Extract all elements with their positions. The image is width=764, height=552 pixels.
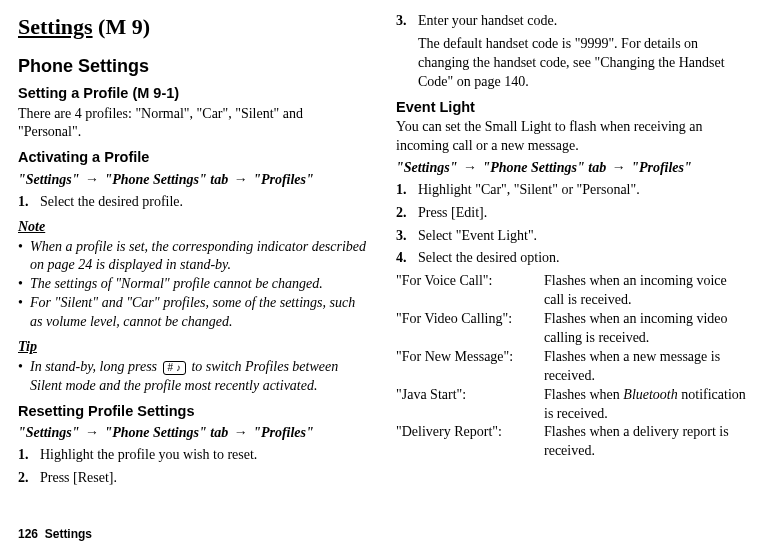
bullet-icon: •: [18, 275, 30, 294]
nav-path-resetting: "Settings" → "Phone Settings" tab → "Pro…: [18, 423, 368, 443]
option-table: "For Voice Call": Flashes when an incomi…: [396, 272, 746, 461]
option-value: Flashes when a delivery report is receiv…: [544, 423, 746, 461]
option-key: "Delivery Report":: [396, 423, 544, 461]
note-list: • When a profile is set, the correspondi…: [18, 238, 368, 332]
step-text: Highlight the profile you wish to reset.: [40, 446, 368, 465]
path-segment: "Settings": [396, 160, 457, 175]
nav-path-event-light: "Settings" → "Phone Settings" tab → "Pro…: [396, 158, 746, 178]
step-body: Enter your handset code. The default han…: [418, 12, 746, 92]
option-value: Flashes when an incoming voice call is r…: [544, 272, 746, 310]
step-number: 1.: [18, 193, 40, 212]
hash-key-icon: # ♪: [163, 361, 186, 375]
page-number: 126: [18, 527, 38, 541]
table-row: "Java Start": Flashes when Bluetooth not…: [396, 386, 746, 424]
option-key: "For New Message":: [396, 348, 544, 386]
step-number: 4.: [396, 249, 418, 268]
subheading-setting-profile: Setting a Profile (M 9-1): [18, 84, 368, 104]
arrow-icon: →: [232, 171, 250, 187]
option-key: "Java Start":: [396, 386, 544, 424]
chapter-title: Settings: [18, 14, 93, 39]
activating-steps: 1. Select the desired profile.: [18, 193, 368, 212]
path-segment: "Profiles": [631, 160, 692, 175]
section-heading-phone-settings: Phone Settings: [18, 54, 368, 78]
tip-label: Tip: [18, 338, 368, 357]
list-item: 4. Select the desired option.: [396, 249, 746, 268]
nav-path-activating: "Settings" → "Phone Settings" tab → "Pro…: [18, 170, 368, 190]
list-item: 2. Press [Reset].: [18, 469, 368, 488]
table-row: "For Video Calling": Flashes when an inc…: [396, 310, 746, 348]
list-item: 1. Highlight the profile you wish to res…: [18, 446, 368, 465]
table-row: "Delivery Report": Flashes when a delive…: [396, 423, 746, 461]
footer-section: Settings: [45, 527, 92, 541]
path-segment: "Phone Settings" tab: [104, 172, 228, 187]
step-text: Select "Event Light".: [418, 227, 746, 246]
event-light-desc: You can set the Small Light to flash whe…: [396, 118, 746, 156]
arrow-icon: →: [83, 424, 101, 440]
option-value: Flashes when a new message is received.: [544, 348, 746, 386]
list-item: 1. Highlight "Car", "Silent" or "Persona…: [396, 181, 746, 200]
list-item: • When a profile is set, the correspondi…: [18, 238, 368, 276]
option-value: Flashes when an incoming video calling i…: [544, 310, 746, 348]
list-item: 1. Select the desired profile.: [18, 193, 368, 212]
page-footer: 126 Settings: [18, 526, 92, 542]
subheading-activating-profile: Activating a Profile: [18, 148, 368, 168]
bullet-icon: •: [18, 358, 30, 396]
note-label: Note: [18, 218, 368, 237]
chapter-menu-number: (M 9): [98, 14, 150, 39]
sub-menu-number: (M 9-1): [132, 85, 179, 101]
arrow-icon: →: [232, 424, 250, 440]
right-column: 3. Enter your handset code. The default …: [396, 12, 746, 492]
list-item: 3. Select "Event Light".: [396, 227, 746, 246]
path-segment: "Settings": [18, 172, 79, 187]
left-column: Settings (M 9) Phone Settings Setting a …: [18, 12, 368, 492]
list-item: • In stand-by, long press # ♪ to switch …: [18, 358, 368, 396]
arrow-icon: →: [461, 159, 479, 175]
table-row: "For Voice Call": Flashes when an incomi…: [396, 272, 746, 310]
step-number: 2.: [18, 469, 40, 488]
subheading-text: Setting a Profile: [18, 85, 128, 101]
resetting-steps: 1. Highlight the profile you wish to res…: [18, 446, 368, 488]
step-text: Press [Edit].: [418, 204, 746, 223]
step-number: 1.: [18, 446, 40, 465]
note-text: When a profile is set, the corresponding…: [30, 238, 368, 276]
chapter-heading: Settings (M 9): [18, 12, 368, 42]
path-segment: "Phone Settings" tab: [482, 160, 606, 175]
option-value-pre: Flashes when: [544, 387, 623, 402]
note-text: For "Silent" and "Car" profiles, some of…: [30, 294, 368, 332]
step-text: Highlight "Car", "Silent" or "Personal".: [418, 181, 746, 200]
list-item: • For "Silent" and "Car" profiles, some …: [18, 294, 368, 332]
step-para: The default handset code is "9999". For …: [418, 36, 725, 89]
arrow-icon: →: [610, 159, 628, 175]
bullet-icon: •: [18, 294, 30, 332]
option-value: Flashes when Bluetooth notification is r…: [544, 386, 746, 424]
setting-profile-desc: There are 4 profiles: "Normal", "Car", "…: [18, 105, 368, 143]
tip-list: • In stand-by, long press # ♪ to switch …: [18, 358, 368, 396]
path-segment: "Settings": [18, 425, 79, 440]
path-segment: "Phone Settings" tab: [104, 425, 228, 440]
list-item: • The settings of "Normal" profile canno…: [18, 275, 368, 294]
step-text: Select the desired profile.: [40, 193, 368, 212]
arrow-icon: →: [83, 171, 101, 187]
bullet-icon: •: [18, 238, 30, 276]
step-number: 2.: [396, 204, 418, 223]
table-row: "For New Message": Flashes when a new me…: [396, 348, 746, 386]
step-text: Press [Reset].: [40, 469, 368, 488]
path-segment: "Profiles": [253, 172, 314, 187]
tip-text-pre: In stand-by, long press: [30, 359, 161, 374]
option-key: "For Video Calling":: [396, 310, 544, 348]
list-item: 2. Press [Edit].: [396, 204, 746, 223]
option-value-italic: Bluetooth: [623, 387, 677, 402]
step-number: 3.: [396, 227, 418, 246]
step-number: 3.: [396, 12, 418, 92]
note-text: The settings of "Normal" profile cannot …: [30, 275, 368, 294]
list-item: 3. Enter your handset code. The default …: [396, 12, 746, 92]
option-key: "For Voice Call":: [396, 272, 544, 310]
step-number: 1.: [396, 181, 418, 200]
continued-steps: 3. Enter your handset code. The default …: [396, 12, 746, 92]
tip-text: In stand-by, long press # ♪ to switch Pr…: [30, 358, 368, 396]
subheading-event-light: Event Light: [396, 98, 746, 118]
subheading-resetting-profile: Resetting Profile Settings: [18, 402, 368, 422]
step-text: Enter your handset code.: [418, 13, 557, 28]
step-text: Select the desired option.: [418, 249, 746, 268]
path-segment: "Profiles": [253, 425, 314, 440]
